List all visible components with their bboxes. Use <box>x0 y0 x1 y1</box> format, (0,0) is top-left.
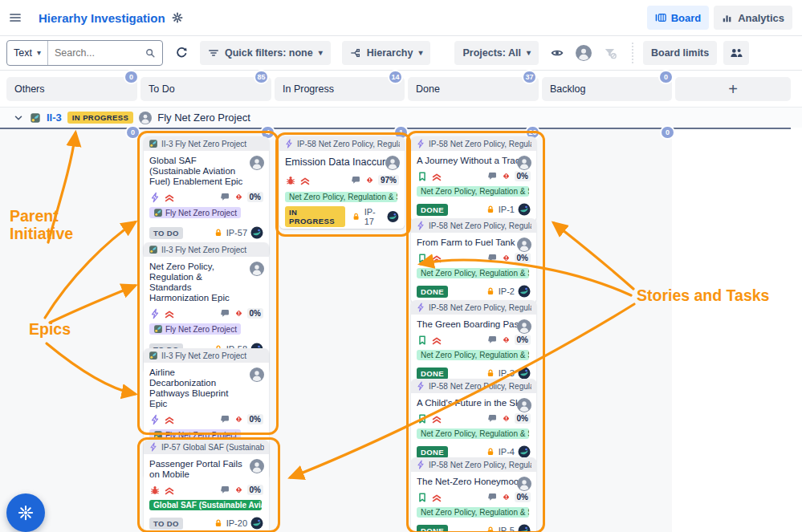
card-parent-link[interactable]: IP-57 Global SAF (Sustainable A... <box>144 440 269 454</box>
lock-icon <box>486 447 495 457</box>
label-text: Net Zero Policy, Regulation & Sta... <box>289 193 397 201</box>
watch-button[interactable] <box>545 41 569 65</box>
label-pill[interactable]: Net Zero Policy, Regulation & Sta... <box>285 192 397 202</box>
parent-link-label: IP-58 Net Zero Policy, Regulatio... <box>429 140 531 148</box>
label-pill[interactable]: Fly Net Zero Project <box>149 429 241 441</box>
assignee-avatar[interactable] <box>250 368 264 382</box>
issue-key[interactable]: IP-3 <box>499 368 515 378</box>
card-ip20[interactable]: IP-57 Global SAF (Sustainable A... Passe… <box>144 440 269 532</box>
column-header-done[interactable]: Done <box>408 77 539 101</box>
projects-filter-button[interactable]: Projects: All ▾ <box>454 41 539 65</box>
filter-off-icon <box>603 46 617 60</box>
add-column-button[interactable]: + <box>675 77 791 101</box>
card-parent-link[interactable]: IP-58 Net Zero Policy, Regulatio... <box>411 379 536 393</box>
hamburger-menu-button[interactable] <box>3 6 27 30</box>
card-parent-link[interactable]: IP-58 Net Zero Policy, Regulatio... <box>411 457 536 472</box>
priority-highest-icon <box>431 335 442 346</box>
assignee-avatar[interactable] <box>517 238 531 252</box>
ai-assistant-button[interactable] <box>6 493 45 532</box>
quick-filters-button[interactable]: Quick filters: none ▾ <box>200 41 331 65</box>
label-pill[interactable]: Net Zero Policy, Regulation & Sta... <box>417 507 529 518</box>
assignee-avatar[interactable] <box>517 156 531 170</box>
card-parent-link[interactable]: IP-58 Net Zero Policy, Regulatio... <box>411 136 536 151</box>
user-avatar[interactable] <box>576 45 592 61</box>
refresh-button[interactable] <box>169 41 193 65</box>
assignee-avatar[interactable] <box>250 262 264 276</box>
issue-key[interactable]: IP-57 <box>226 228 247 238</box>
issue-key[interactable]: IP-5 <box>499 526 515 532</box>
card-ip1[interactable]: IP-58 Net Zero Policy, Regulatio... A Jo… <box>411 136 536 221</box>
assignees-button[interactable] <box>723 41 749 65</box>
label-text: Net Zero Policy, Regulation & Sta... <box>421 187 529 196</box>
clear-filters-button-disabled[interactable] <box>598 41 622 65</box>
card-footer: DONE IP-1 <box>417 202 531 217</box>
column-count-badge: 0 <box>125 71 137 83</box>
card-parent-link[interactable]: IP-58 Net Zero Policy, Regulatio... <box>411 300 536 315</box>
flagged-icon <box>364 175 375 185</box>
label-pill[interactable]: Fly Net Zero Project <box>149 323 241 335</box>
card-icon-row: 0% <box>417 170 531 182</box>
card-parent-link[interactable]: II-3 Fly Net Zero Project <box>144 348 269 363</box>
card-ip4[interactable]: IP-58 Net Zero Policy, Regulatio... A Ch… <box>411 379 536 464</box>
column-count-badge: 14 <box>389 71 401 83</box>
column-name: In Progress <box>283 83 334 95</box>
label-pill[interactable]: Net Zero Policy, Regulation & Sta... <box>417 428 529 439</box>
gear-icon[interactable] <box>172 12 183 23</box>
issue-key[interactable]: IP-1 <box>499 205 515 214</box>
lock-icon <box>214 518 223 528</box>
swimlane-header[interactable]: II-3 IN PROGRESS Fly Net Zero Project <box>0 107 802 128</box>
assignee-avatar[interactable] <box>250 156 264 170</box>
board-limits-button[interactable]: Board limits <box>643 41 717 65</box>
card-parent-link[interactable]: II-3 Fly Net Zero Project <box>144 136 269 151</box>
label-pill[interactable]: Net Zero Policy, Regulation & Sta... <box>417 350 529 360</box>
issue-key[interactable]: IP-2 <box>499 286 515 296</box>
card-icon-row: 0% <box>149 413 263 425</box>
card-ip17[interactable]: IP-58 Net Zero Policy, Regulatio... Emis… <box>279 136 405 229</box>
label-pill[interactable]: Global SAF (Sustainable Aviation... <box>149 500 262 510</box>
tab-board[interactable]: Board <box>647 6 710 30</box>
card-parent-link[interactable]: IP-58 Net Zero Policy, Regulatio... <box>411 218 536 233</box>
swimlane-issue-key[interactable]: II-3 <box>47 112 62 124</box>
board-icon <box>655 12 666 23</box>
search-input[interactable] <box>48 47 145 59</box>
priority-highest-icon <box>431 171 442 182</box>
story-icon <box>417 492 428 503</box>
assignee-avatar[interactable] <box>517 319 531 334</box>
column-header-inprogress[interactable]: In Progress <box>275 77 405 101</box>
column-header-others[interactable]: Others <box>6 77 137 101</box>
assignee-avatar[interactable] <box>517 477 531 491</box>
card-ip3[interactable]: IP-58 Net Zero Policy, Regulatio... The … <box>411 300 536 385</box>
parent-link-label: II-3 Fly Net Zero Project <box>161 246 264 254</box>
card-ip5[interactable]: IP-58 Net Zero Policy, Regulatio... The … <box>411 457 536 532</box>
card-ip2[interactable]: IP-58 Net Zero Policy, Regulatio... From… <box>411 218 536 303</box>
card-parent-link[interactable]: IP-58 Net Zero Policy, Regulatio... <box>279 136 405 151</box>
comment-icon <box>487 335 498 345</box>
card-ip57[interactable]: II-3 Fly Net Zero Project Global SAF (Su… <box>144 136 269 257</box>
tab-analytics[interactable]: Analytics <box>714 6 792 30</box>
flagged-icon <box>501 492 511 502</box>
search-box: Text ▾ <box>6 40 163 66</box>
assignee-avatar[interactable] <box>385 156 400 170</box>
label-pill[interactable]: Net Zero Policy, Regulation & Sta... <box>417 186 529 197</box>
lane-count-badge: 0 <box>662 127 674 138</box>
card-icon-row: 0% <box>149 484 263 496</box>
epic-icon <box>149 414 161 425</box>
hierarchy-button[interactable]: Hierarchy ▾ <box>342 41 431 65</box>
issue-key[interactable]: IP-17 <box>364 207 384 226</box>
parent-link-label: II-3 Fly Net Zero Project <box>161 351 264 360</box>
assignee-avatar[interactable] <box>250 459 264 473</box>
chevron-down-icon[interactable] <box>13 112 24 124</box>
label-pill[interactable]: Fly Net Zero Project <box>149 207 241 218</box>
toolbar-divider <box>632 43 633 63</box>
issue-key[interactable]: IP-4 <box>499 447 515 457</box>
label-text: Fly Net Zero Project <box>165 431 237 440</box>
estimate-badge: 0% <box>247 414 263 424</box>
assignee-avatar[interactable] <box>517 398 531 412</box>
card-parent-link[interactable]: II-3 Fly Net Zero Project <box>144 242 269 257</box>
initiative-icon <box>30 112 41 124</box>
column-header-todo[interactable]: To Do <box>140 77 271 101</box>
search-type-select[interactable]: Text ▾ <box>7 41 48 65</box>
label-pill[interactable]: Net Zero Policy, Regulation & Sta... <box>417 268 529 278</box>
column-header-backlog[interactable]: Backlog <box>542 77 672 101</box>
issue-key[interactable]: IP-20 <box>226 518 247 528</box>
